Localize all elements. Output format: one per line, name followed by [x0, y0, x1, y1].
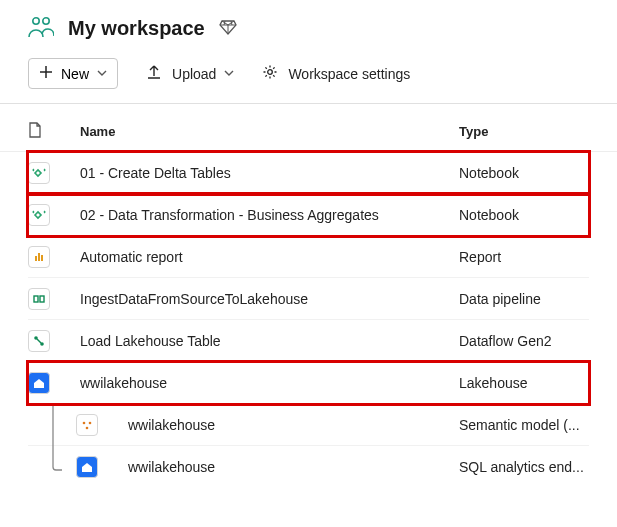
svg-rect-4 [38, 253, 40, 261]
column-header-type[interactable]: Type [459, 124, 589, 139]
notebook-icon [28, 162, 50, 184]
item-type: Lakehouse [459, 375, 589, 391]
svg-point-10 [83, 421, 86, 424]
chevron-down-icon [224, 68, 234, 80]
sql-endpoint-icon [76, 456, 98, 478]
upload-icon [146, 64, 162, 83]
item-name: 02 - Data Transformation - Business Aggr… [80, 207, 459, 223]
list-item[interactable]: 02 - Data Transformation - Business Aggr… [28, 194, 589, 236]
svg-point-0 [33, 18, 39, 24]
item-type: Semantic model (... [459, 417, 589, 433]
list-item[interactable]: Load Lakehouse Table Dataflow Gen2 [28, 320, 589, 362]
item-name: wwilakehouse [80, 375, 459, 391]
workspace-title: My workspace [68, 17, 205, 40]
item-name: IngestDataFromSourceToLakehouse [80, 291, 459, 307]
new-button-label: New [61, 66, 89, 82]
workspace-header: My workspace [0, 0, 617, 52]
tree-elbow-icon [50, 446, 64, 488]
svg-point-1 [43, 18, 49, 24]
item-type: SQL analytics end... [459, 459, 589, 475]
svg-point-11 [89, 421, 92, 424]
workspace-icon [28, 16, 54, 40]
svg-rect-3 [35, 256, 37, 261]
svg-point-2 [268, 70, 273, 75]
column-header-name[interactable]: Name [80, 124, 459, 139]
svg-rect-5 [41, 255, 43, 261]
svg-point-12 [86, 426, 89, 429]
gear-icon [262, 64, 278, 83]
list-item[interactable]: wwilakehouse Lakehouse [28, 362, 589, 404]
list-item[interactable]: Automatic report Report [28, 236, 589, 278]
item-type: Report [459, 249, 589, 265]
diamond-icon [219, 18, 237, 39]
upload-label: Upload [172, 66, 216, 82]
item-name: Automatic report [80, 249, 459, 265]
list-item-child[interactable]: wwilakehouse Semantic model (... [28, 404, 589, 446]
item-name: wwilakehouse [128, 459, 459, 475]
item-type: Dataflow Gen2 [459, 333, 589, 349]
item-name: 01 - Create Delta Tables [80, 165, 459, 181]
item-type: Notebook [459, 207, 589, 223]
item-list: 01 - Create Delta Tables Notebook 02 - D… [0, 152, 617, 488]
svg-rect-6 [34, 296, 38, 302]
item-type: Notebook [459, 165, 589, 181]
item-name: Load Lakehouse Table [80, 333, 459, 349]
notebook-icon [28, 204, 50, 226]
report-icon [28, 246, 50, 268]
dataflow-icon [28, 330, 50, 352]
tree-line-icon [50, 404, 64, 446]
list-header: Name Type [0, 104, 617, 152]
list-item-child[interactable]: wwilakehouse SQL analytics end... [28, 446, 589, 488]
workspace-settings-label: Workspace settings [288, 66, 410, 82]
list-item[interactable]: 01 - Create Delta Tables Notebook [28, 152, 589, 194]
chevron-down-icon [97, 68, 107, 80]
workspace-settings-button[interactable]: Workspace settings [262, 64, 410, 83]
lakehouse-icon [28, 372, 50, 394]
document-icon [28, 122, 42, 141]
plus-icon [39, 65, 53, 82]
list-item[interactable]: IngestDataFromSourceToLakehouse Data pip… [28, 278, 589, 320]
pipeline-icon [28, 288, 50, 310]
new-button[interactable]: New [28, 58, 118, 89]
toolbar: New Upload Workspace settings [0, 52, 617, 104]
upload-button[interactable]: Upload [146, 64, 234, 83]
item-name: wwilakehouse [128, 417, 459, 433]
item-type: Data pipeline [459, 291, 589, 307]
semantic-model-icon [76, 414, 98, 436]
svg-rect-7 [40, 296, 44, 302]
